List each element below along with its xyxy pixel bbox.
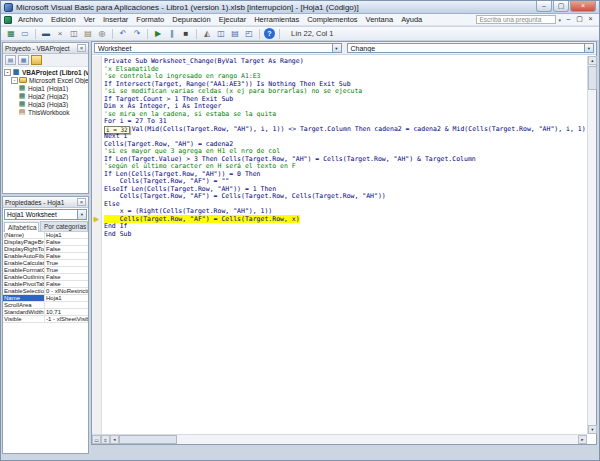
property-row[interactable]: EnableFormatConTrue bbox=[3, 267, 88, 274]
property-row[interactable]: EnableCalculationTrue bbox=[3, 260, 88, 267]
property-row[interactable]: Visible-1 - xlSheetVisib bbox=[3, 316, 88, 323]
project-explorer-icon[interactable]: ◫ bbox=[215, 28, 227, 40]
property-row[interactable]: EnablePivotTableFalse bbox=[3, 281, 88, 288]
property-row[interactable]: DisplayRightToLefFalse bbox=[3, 246, 88, 253]
scroll-down-icon[interactable] bbox=[588, 425, 597, 434]
menu-item-9[interactable]: Ventana bbox=[362, 15, 398, 24]
property-value[interactable]: False bbox=[45, 281, 88, 287]
toggle-folders-icon[interactable] bbox=[31, 55, 42, 65]
view-code-icon[interactable]: ▤ bbox=[5, 55, 16, 65]
paste-icon[interactable]: ▤ bbox=[82, 28, 94, 40]
code-line[interactable]: Cells(Target.Row, "AF") = Cells(Target.R… bbox=[104, 193, 587, 201]
redo-icon[interactable]: ↷ bbox=[131, 28, 143, 40]
view-excel-icon[interactable]: ▦ bbox=[5, 28, 17, 40]
find-icon[interactable]: ◎ bbox=[96, 28, 108, 40]
menu-item-8[interactable]: Complementos bbox=[303, 15, 361, 24]
menu-item-6[interactable]: Ejecutar bbox=[215, 15, 251, 24]
property-value[interactable]: False bbox=[45, 239, 88, 245]
menu-item-7[interactable]: Herramientas bbox=[250, 15, 303, 24]
close-button-icon[interactable]: × bbox=[570, 1, 596, 12]
save-icon[interactable]: ▬ bbox=[40, 28, 52, 40]
property-row[interactable]: EnableSelection0 - xlNoRestricti bbox=[3, 288, 88, 295]
tree-item[interactable]: ▤ThisWorkbook bbox=[3, 108, 88, 116]
property-row[interactable]: NameHoja1 bbox=[3, 295, 88, 302]
object-dropdown[interactable]: Worksheet bbox=[94, 43, 342, 53]
properties-panel-header[interactable]: Propiedades - Hoja1 bbox=[3, 197, 88, 208]
procedure-dropdown[interactable]: Change bbox=[347, 43, 595, 53]
property-value[interactable]: -1 - xlSheetVisib bbox=[45, 316, 88, 322]
menu-item-3[interactable]: Insertar bbox=[99, 15, 132, 24]
property-row[interactable]: EnableOutliningFalse bbox=[3, 274, 88, 281]
chevron-down-icon[interactable] bbox=[332, 44, 341, 52]
properties-close-icon[interactable] bbox=[77, 198, 86, 206]
code-line[interactable]: End If bbox=[104, 223, 587, 231]
tab-categorized[interactable]: Por categorías bbox=[40, 221, 88, 231]
property-row[interactable]: DisplayPageBreakFalse bbox=[3, 239, 88, 246]
code-line[interactable]: Private Sub Worksheet_Change(ByVal Targe… bbox=[104, 58, 587, 66]
cut-icon[interactable]: × bbox=[54, 28, 66, 40]
tree-item[interactable]: -▦VBAProject (Libro1 (ver bbox=[3, 68, 88, 76]
code-line[interactable]: Cells(Target.Row, "AF") = Cells(Target.R… bbox=[104, 216, 587, 224]
chevron-down-icon[interactable] bbox=[584, 44, 593, 52]
mdi-minimize-icon[interactable]: – bbox=[563, 15, 574, 24]
code-editor[interactable]: ▶ Private Sub Worksheet_Change(ByVal Tar… bbox=[92, 56, 587, 434]
property-row[interactable]: ScrollArea bbox=[3, 302, 88, 309]
undo-icon[interactable]: ↶ bbox=[117, 28, 129, 40]
ask-dropdown-icon[interactable]: ▾ bbox=[558, 17, 561, 23]
horizontal-scrollbar[interactable]: ▭ ≡ bbox=[92, 434, 587, 444]
tree-item[interactable]: ▦Hoja2 (Hoja2) bbox=[3, 92, 88, 100]
tree-item[interactable]: -Microsoft Excel Objetos bbox=[3, 76, 88, 84]
menu-item-4[interactable]: Formato bbox=[132, 15, 168, 24]
property-value[interactable]: Hoja1 bbox=[45, 232, 88, 238]
insert-userform-icon[interactable]: ▭ bbox=[19, 28, 31, 40]
tree-expander-icon[interactable]: - bbox=[4, 69, 11, 76]
code-line[interactable]: 'se mira en la cadena, si estaba se la q… bbox=[104, 111, 587, 119]
property-value[interactable]: False bbox=[45, 246, 88, 252]
property-value[interactable]: True bbox=[45, 267, 88, 273]
property-row[interactable]: (Name)Hoja1 bbox=[3, 232, 88, 239]
menu-item-1[interactable]: Edición bbox=[47, 15, 80, 24]
project-close-icon[interactable] bbox=[77, 44, 86, 52]
scroll-up-icon[interactable] bbox=[588, 56, 597, 65]
chevron-down-icon[interactable] bbox=[77, 210, 86, 219]
object-browser-icon[interactable]: ◰ bbox=[243, 28, 255, 40]
property-row[interactable]: StandardWidth10,71 bbox=[3, 309, 88, 316]
help-icon[interactable]: ? bbox=[264, 28, 275, 39]
property-value[interactable]: 0 - xlNoRestricti bbox=[45, 288, 88, 294]
menu-item-0[interactable]: Archivo bbox=[14, 15, 47, 24]
code-line[interactable]: i = 32Val(Mid(Cells(Target.Row, "AH"), i… bbox=[104, 126, 587, 134]
view-object-icon[interactable]: ▦ bbox=[18, 55, 29, 65]
design-mode-icon[interactable]: ◭ bbox=[201, 28, 213, 40]
ask-question-input[interactable]: Escriba una pregunta bbox=[476, 15, 556, 24]
code-line[interactable]: End Sub bbox=[104, 231, 587, 239]
vertical-scroll-thumb[interactable] bbox=[588, 66, 597, 90]
property-value[interactable]: Hoja1 bbox=[45, 295, 88, 301]
scroll-left-icon[interactable] bbox=[110, 435, 119, 444]
tree-item[interactable]: ▦Hoja1 (Hoja1) bbox=[3, 84, 88, 92]
property-row[interactable]: EnableAutoFilterFalse bbox=[3, 253, 88, 260]
property-value[interactable]: False bbox=[45, 253, 88, 259]
breakpoint-margin[interactable]: ▶ bbox=[92, 56, 102, 434]
procedure-view-button[interactable]: ▭ bbox=[92, 435, 101, 444]
property-value[interactable]: False bbox=[45, 274, 88, 280]
break-icon[interactable]: ∥ bbox=[166, 28, 178, 40]
vertical-scrollbar[interactable] bbox=[587, 56, 596, 434]
mdi-restore-icon[interactable]: ▢ bbox=[574, 15, 585, 24]
excel-icon[interactable] bbox=[4, 16, 12, 24]
menu-item-2[interactable]: Ver bbox=[80, 15, 99, 24]
properties-window-icon[interactable]: ▤ bbox=[229, 28, 241, 40]
code-lines[interactable]: Private Sub Worksheet_Change(ByVal Targe… bbox=[104, 58, 587, 238]
mdi-close-icon[interactable]: × bbox=[585, 15, 596, 24]
tree-expander-icon[interactable]: - bbox=[11, 77, 18, 84]
property-value[interactable]: True bbox=[45, 260, 88, 266]
minimize-button-icon[interactable]: – bbox=[536, 1, 552, 12]
menu-item-10[interactable]: Ayuda bbox=[397, 15, 426, 24]
tree-item[interactable]: ▦Hoja3 (Hoja3) bbox=[3, 100, 88, 108]
reset-icon[interactable]: ■ bbox=[180, 28, 192, 40]
copy-icon[interactable]: ◫ bbox=[68, 28, 80, 40]
run-icon[interactable]: ▶ bbox=[152, 28, 164, 40]
maximize-button-icon[interactable]: ▢ bbox=[553, 1, 569, 12]
menu-item-5[interactable]: Depuración bbox=[168, 15, 214, 24]
scroll-right-icon[interactable] bbox=[578, 435, 587, 444]
object-selector-dropdown[interactable]: Hoja1 Worksheet bbox=[4, 209, 87, 220]
